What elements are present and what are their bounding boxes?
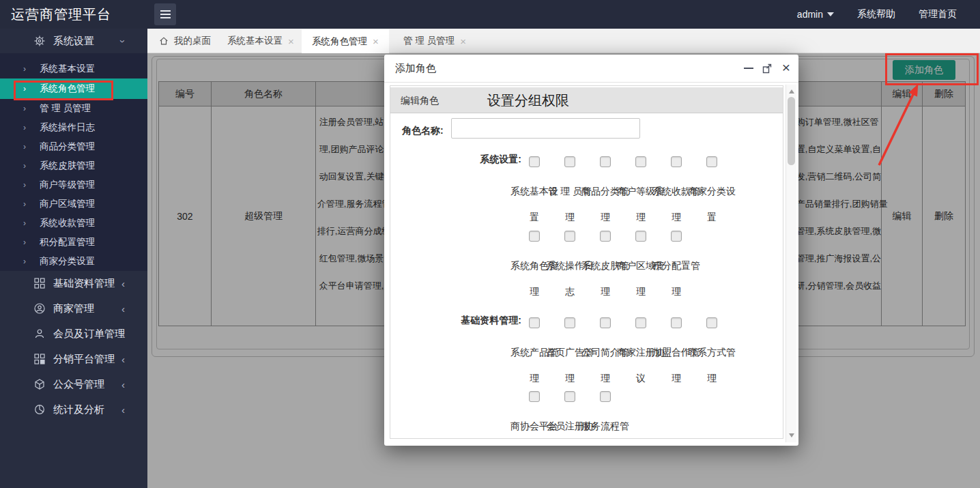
- tab-my-desktop[interactable]: 我的桌面: [154, 29, 216, 53]
- sidebar-item-points-config-management[interactable]: ›积分配置管理: [0, 233, 147, 252]
- permission-checkbox[interactable]: [600, 391, 611, 402]
- permission-checkbox[interactable]: [529, 317, 540, 328]
- sidebar-item-product-category-management[interactable]: ›商品分类管理: [0, 137, 147, 156]
- minimize-icon[interactable]: [744, 68, 753, 69]
- chevron-down-icon: ›: [117, 40, 129, 43]
- pie-chart-icon: [34, 404, 45, 417]
- sidebar-group-statistics-analysis[interactable]: 统计及分析 ‹: [0, 397, 147, 422]
- chevron-left-icon: ‹: [121, 354, 125, 365]
- sidebar-item-system-payment-management[interactable]: ›系统收款管理: [0, 214, 147, 233]
- chevron-right-icon: ›: [23, 252, 26, 271]
- sidebar-group-merchant-management[interactable]: 商家管理 ‹: [0, 296, 147, 321]
- scroll-up-icon[interactable]: [789, 89, 794, 94]
- add-role-modal: 添加角色 × 编辑角色 设置分组权限 角色名称: 系统设置: 系统基本设置 管 …: [384, 55, 798, 446]
- permission-item: 联系方式管理: [694, 317, 730, 384]
- sidebar-group-basic-data-management[interactable]: 基础资料管理 ‹: [0, 271, 147, 296]
- chevron-left-icon: ‹: [121, 278, 125, 289]
- permission-row: 系统基本设置 管 理 员管理 商品分类管理 商户等级管理 系统收款管理 商家分类…: [517, 156, 730, 223]
- chevron-down-icon: [827, 12, 834, 16]
- user-name: admin: [797, 9, 823, 20]
- close-icon[interactable]: ×: [460, 35, 466, 47]
- user-menu[interactable]: admin: [797, 9, 834, 20]
- tab-system-role-management[interactable]: 系统角色管理 ×: [302, 29, 389, 53]
- permission-checkbox[interactable]: [564, 231, 575, 242]
- role-name-input[interactable]: [451, 118, 640, 139]
- grid-icon: [34, 278, 45, 291]
- chevron-left-icon: ‹: [121, 404, 125, 416]
- permission-item: 会员注册协: [552, 391, 588, 439]
- permission-checkbox[interactable]: [564, 317, 575, 328]
- permission-checkbox[interactable]: [671, 231, 682, 242]
- set-group-permissions-heading: 设置分组权限: [487, 91, 569, 110]
- maximize-icon[interactable]: [762, 63, 773, 74]
- permission-row: 系统产品管理 首页广告管理 公司简介管理 商家注册协议 加盟合作管理 联系方式管…: [517, 317, 730, 384]
- topbar: 运营商管理平台 admin 系统帮助 管理首页: [0, 0, 980, 29]
- sidebar-group-official-account-management[interactable]: 公众号管理 ‹: [0, 372, 147, 397]
- permission-checkbox[interactable]: [564, 156, 575, 167]
- chevron-left-icon: ‹: [121, 303, 125, 315]
- close-icon[interactable]: ×: [288, 35, 294, 47]
- sidebar-group-system-settings[interactable]: 系统设置 ›: [0, 29, 147, 53]
- permission-checkbox[interactable]: [671, 317, 682, 328]
- permission-item: 服务流程管: [588, 391, 623, 439]
- modal-body-panel: 编辑角色 设置分组权限 角色名称: 系统设置: 系统基本设置 管 理 员管理 商…: [390, 85, 783, 439]
- sidebar-item-system-operation-log[interactable]: ›系统操作日志: [0, 118, 147, 137]
- cube-icon: [34, 379, 45, 392]
- scrollbar-thumb[interactable]: [788, 97, 795, 165]
- sidebar: 系统设置 › ›系统基本设置 ›系统角色管理 ›管 理 员管理 ›系统操作日志 …: [0, 29, 147, 488]
- sidebar-submenu: ›系统基本设置 ›系统角色管理 ›管 理 员管理 ›系统操作日志 ›商品分类管理…: [0, 53, 147, 271]
- system-help-link[interactable]: 系统帮助: [857, 8, 895, 20]
- sidebar-group-member-order-management[interactable]: 会员及订单管理 ‹: [0, 321, 147, 347]
- sidebar-item-system-skin-management[interactable]: ›系统皮肤管理: [0, 156, 147, 175]
- modal-titlebar: 添加角色 ×: [384, 55, 798, 83]
- tab-admin-management[interactable]: 管 理 员管理 ×: [397, 29, 473, 53]
- chevron-right-icon: ›: [23, 118, 26, 137]
- admin-home-link[interactable]: 管理首页: [919, 8, 957, 20]
- permission-checkbox[interactable]: [529, 231, 540, 242]
- sidebar-item-system-role-management[interactable]: ›系统角色管理: [0, 78, 147, 99]
- permission-checkbox[interactable]: [635, 156, 646, 167]
- chevron-right-icon: ›: [23, 175, 26, 195]
- chevron-right-icon: ›: [23, 137, 26, 156]
- permission-item: 系统基本设置: [517, 156, 552, 223]
- group-basic-data-label: 基础资料管理:: [390, 315, 521, 327]
- group-system-settings-label: 系统设置:: [390, 154, 521, 166]
- scroll-down-icon[interactable]: [789, 433, 794, 437]
- home-icon: [159, 36, 169, 46]
- sidebar-item-merchant-region-management[interactable]: ›商户区域管理: [0, 195, 147, 214]
- chevron-right-icon: ›: [23, 195, 26, 214]
- tab-system-basic-settings[interactable]: 系统基本设置 ×: [222, 29, 299, 53]
- edit-role-subtab[interactable]: 编辑角色: [401, 95, 439, 107]
- modal-scrollbar[interactable]: [786, 85, 796, 442]
- permission-item: 商协会平台: [517, 391, 552, 439]
- permission-checkbox[interactable]: [635, 231, 646, 242]
- modal-section-header: 编辑角色 设置分组权限: [390, 87, 783, 113]
- close-icon[interactable]: ×: [373, 35, 379, 47]
- permission-row: 商协会平台 会员注册协 服务流程管: [517, 391, 623, 439]
- permission-checkbox[interactable]: [600, 231, 611, 242]
- chevron-right-icon: ›: [23, 156, 26, 175]
- permission-checkbox[interactable]: [706, 317, 717, 328]
- chevron-right-icon: ›: [23, 233, 26, 252]
- sidebar-item-system-basic-settings[interactable]: ›系统基本设置: [0, 59, 147, 78]
- permission-row: 系统角色管理 系统操作日志 系统皮肤管理 商户区域管理 积分配置管理: [517, 231, 694, 297]
- chevron-right-icon: ›: [23, 99, 26, 118]
- permission-checkbox[interactable]: [635, 317, 646, 328]
- chevron-right-icon: ›: [23, 78, 26, 99]
- sidebar-toggle-button[interactable]: [154, 3, 176, 25]
- permission-checkbox[interactable]: [600, 156, 611, 167]
- sidebar-item-admin-management[interactable]: ›管 理 员管理: [0, 99, 147, 118]
- permission-checkbox[interactable]: [564, 391, 575, 402]
- permission-checkbox[interactable]: [529, 391, 540, 402]
- permission-checkbox[interactable]: [706, 156, 717, 167]
- permission-checkbox[interactable]: [529, 156, 540, 167]
- close-icon[interactable]: ×: [782, 59, 790, 76]
- app-title: 运营商管理平台: [11, 0, 111, 29]
- permission-checkbox[interactable]: [671, 156, 682, 167]
- permission-checkbox[interactable]: [600, 317, 611, 328]
- sidebar-item-merchant-level-management[interactable]: ›商户等级管理: [0, 175, 147, 195]
- role-name-label: 角色名称:: [402, 125, 444, 137]
- chevron-right-icon: ›: [23, 59, 26, 78]
- sidebar-item-merchant-category-settings[interactable]: ›商家分类设置: [0, 252, 147, 271]
- sidebar-group-distribution-platform-management[interactable]: 分销平台管理 ‹: [0, 347, 147, 372]
